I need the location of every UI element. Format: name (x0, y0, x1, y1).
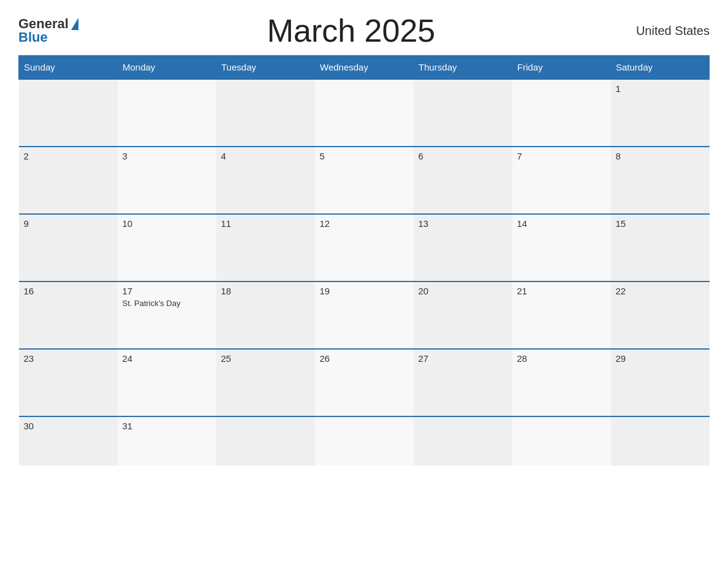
day-number: 23 (24, 353, 113, 364)
col-saturday: Saturday (611, 56, 710, 80)
calendar-cell: 23 (19, 349, 118, 416)
calendar-week-row: 1 (19, 79, 710, 147)
day-number: 14 (517, 218, 606, 229)
calendar-cell (118, 79, 216, 147)
calendar-cell: 11 (216, 214, 315, 282)
calendar-cell: 28 (512, 349, 611, 416)
day-number: 19 (320, 286, 409, 296)
day-number: 11 (221, 218, 310, 229)
calendar-cell (315, 79, 414, 147)
calendar-table: Sunday Monday Tuesday Wednesday Thursday… (18, 55, 710, 465)
calendar-cell: 1 (611, 79, 710, 147)
calendar-week-row: 23242526272829 (19, 349, 710, 416)
calendar-week-row: 2345678 (19, 147, 710, 214)
day-number: 20 (419, 286, 507, 296)
day-number: 26 (320, 353, 409, 364)
calendar-cell (512, 79, 611, 147)
day-number: 21 (517, 286, 606, 296)
logo: General Blue (18, 17, 78, 44)
calendar-cell: 2 (19, 147, 118, 214)
logo-general-text: General (18, 17, 69, 31)
day-number: 3 (123, 151, 211, 161)
day-number: 8 (616, 151, 705, 161)
day-number: 10 (123, 218, 211, 229)
calendar-cell: 17St. Patrick's Day (118, 282, 216, 349)
calendar-cell: 9 (19, 214, 118, 282)
col-wednesday: Wednesday (315, 56, 414, 80)
calendar-cell (414, 416, 512, 465)
col-tuesday: Tuesday (216, 56, 315, 80)
page: General Blue March 2025 United States Su… (0, 0, 728, 563)
calendar-cell: 10 (118, 214, 216, 282)
calendar-cell: 29 (611, 349, 710, 416)
calendar-week-row: 1617St. Patrick's Day1819202122 (19, 282, 710, 349)
day-number: 6 (419, 151, 507, 161)
day-number: 7 (517, 151, 606, 161)
calendar-cell: 5 (315, 147, 414, 214)
calendar-cell: 15 (611, 214, 710, 282)
calendar-cell: 4 (216, 147, 315, 214)
day-number: 1 (616, 83, 705, 94)
header: General Blue March 2025 United States (18, 12, 710, 49)
day-number: 22 (616, 286, 705, 296)
day-number: 31 (123, 421, 211, 431)
day-number: 25 (221, 353, 310, 364)
day-number: 13 (419, 218, 507, 229)
calendar-cell (216, 416, 315, 465)
calendar-cell: 21 (512, 282, 611, 349)
logo-triangle-icon (71, 18, 78, 30)
calendar-cell: 12 (315, 214, 414, 282)
calendar-title: March 2025 (78, 12, 624, 49)
day-number: 12 (320, 218, 409, 229)
col-friday: Friday (512, 56, 611, 80)
col-sunday: Sunday (19, 56, 118, 80)
calendar-week-row: 9101112131415 (19, 214, 710, 282)
calendar-event: St. Patrick's Day (123, 299, 211, 308)
day-number: 27 (419, 353, 507, 364)
calendar-cell: 31 (118, 416, 216, 465)
col-monday: Monday (118, 56, 216, 80)
day-number: 2 (24, 151, 113, 161)
day-number: 30 (24, 421, 113, 431)
calendar-cell: 24 (118, 349, 216, 416)
calendar-cell: 26 (315, 349, 414, 416)
logo-blue-text: Blue (18, 31, 48, 44)
calendar-header-row: Sunday Monday Tuesday Wednesday Thursday… (19, 56, 710, 80)
calendar-cell: 22 (611, 282, 710, 349)
calendar-cell: 6 (414, 147, 512, 214)
calendar-cell (414, 79, 512, 147)
day-number: 4 (221, 151, 310, 161)
calendar-cell (512, 416, 611, 465)
calendar-cell (315, 416, 414, 465)
calendar-cell: 27 (414, 349, 512, 416)
col-thursday: Thursday (414, 56, 512, 80)
country-label: United States (624, 24, 710, 38)
calendar-cell: 20 (414, 282, 512, 349)
calendar-cell: 30 (19, 416, 118, 465)
calendar-cell: 3 (118, 147, 216, 214)
day-number: 17 (123, 286, 211, 296)
calendar-cell (611, 416, 710, 465)
calendar-cell: 16 (19, 282, 118, 349)
day-number: 24 (123, 353, 211, 364)
calendar-cell: 8 (611, 147, 710, 214)
calendar-cell: 14 (512, 214, 611, 282)
day-number: 28 (517, 353, 606, 364)
day-number: 18 (221, 286, 310, 296)
day-number: 16 (24, 286, 113, 296)
day-number: 29 (616, 353, 705, 364)
calendar-cell: 18 (216, 282, 315, 349)
calendar-week-row: 3031 (19, 416, 710, 465)
calendar-cell (19, 79, 118, 147)
calendar-cell: 25 (216, 349, 315, 416)
day-number: 5 (320, 151, 409, 161)
calendar-cell: 7 (512, 147, 611, 214)
calendar-cell: 13 (414, 214, 512, 282)
day-number: 15 (616, 218, 705, 229)
calendar-cell: 19 (315, 282, 414, 349)
day-number: 9 (24, 218, 113, 229)
calendar-cell (216, 79, 315, 147)
